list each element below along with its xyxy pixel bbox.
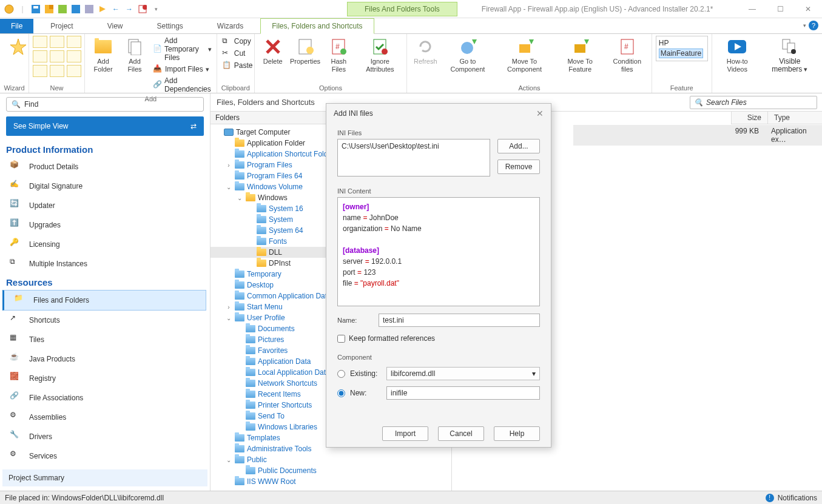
- nav-product-details[interactable]: 📦Product Details: [0, 157, 210, 176]
- nav-assemblies[interactable]: ⚙Assemblies: [0, 408, 210, 427]
- qat-dropdown-icon[interactable]: ▾: [150, 4, 161, 15]
- ribbon-collapse-icon[interactable]: ▾: [803, 22, 806, 29]
- paste-button[interactable]: 📋Paste: [221, 60, 254, 71]
- menu-file[interactable]: File: [0, 19, 33, 33]
- statusbar: File placed in: WindowsFolder\DLL\libifc…: [0, 491, 822, 504]
- add-files-button[interactable]: Add Files: [120, 36, 149, 75]
- add-temp-files-button[interactable]: 📄Add Temporary Files ▾: [152, 36, 213, 62]
- import-files-button[interactable]: 📥Import Files ▾: [152, 64, 213, 75]
- add-dependencies-button[interactable]: 🔗Add Dependencies: [152, 76, 213, 94]
- existing-component-combo[interactable]: libifcoremd.dll▾: [386, 367, 540, 380]
- qat-icon-9[interactable]: [137, 4, 148, 15]
- project-summary-link[interactable]: Project Summary: [2, 469, 207, 486]
- nav-java-products[interactable]: ☕Java Products: [0, 349, 210, 369]
- nav-updater[interactable]: 🔄Updater: [0, 196, 210, 215]
- move-to-feature-button[interactable]: Move To Feature: [556, 36, 604, 75]
- ini-content-label: INI Content: [337, 187, 540, 195]
- svg-point-23: [461, 42, 473, 54]
- cut-button[interactable]: ✂Cut: [221, 48, 254, 59]
- qat-icon-6[interactable]: [97, 4, 108, 15]
- qat-run-icon[interactable]: [57, 4, 68, 15]
- dialog-title: Add INI files: [334, 109, 373, 118]
- new-grid[interactable]: [33, 36, 81, 77]
- import-button[interactable]: Import: [382, 426, 428, 441]
- delete-button[interactable]: Delete: [258, 36, 288, 67]
- goto-component-button[interactable]: Go to Component: [442, 36, 493, 75]
- file-list-row[interactable]: 999 KB Application ex…: [573, 125, 822, 146]
- howto-videos-button[interactable]: How-to Videos: [716, 36, 759, 75]
- minimize-button[interactable]: ―: [738, 0, 766, 18]
- properties-button[interactable]: Properties: [290, 36, 321, 67]
- ribbon: Wizard New Add Folder Add Files 📄Add Tem…: [0, 34, 822, 93]
- svg-marker-11: [10, 39, 26, 55]
- ini-content-editor[interactable]: [owner] name = JohnDoe organization = No…: [337, 197, 540, 306]
- tree-node[interactable]: ⌄Public: [211, 454, 451, 465]
- qat-forward-icon[interactable]: →: [124, 4, 135, 15]
- dialog-close-icon[interactable]: ✕: [536, 109, 544, 118]
- nav-services[interactable]: ⚙Services: [0, 446, 210, 466]
- keep-formatted-refs-checkbox[interactable]: Keep formatted references: [337, 334, 540, 343]
- nav-files-and-folders[interactable]: 📁Files and Folders: [2, 290, 206, 311]
- search-files-input[interactable]: 🔍 Search Files: [690, 96, 817, 109]
- notifications-button[interactable]: !Notifications: [766, 494, 817, 502]
- existing-radio[interactable]: [337, 370, 345, 378]
- new-component-input[interactable]: [386, 386, 540, 400]
- svg-rect-2: [33, 6, 38, 8]
- visible-members-button[interactable]: Visible members ▾: [761, 36, 818, 75]
- nav-shortcuts[interactable]: ↗Shortcuts: [0, 311, 210, 330]
- qat-back-icon[interactable]: ←: [110, 4, 121, 15]
- maximize-button[interactable]: ☐: [766, 0, 794, 18]
- qat-save-icon[interactable]: [30, 4, 41, 15]
- nav-upgrades[interactable]: ⬆️Upgrades: [0, 215, 210, 235]
- menu-wizards[interactable]: Wizards: [200, 19, 260, 33]
- svg-rect-7: [85, 5, 93, 13]
- qat-build-icon[interactable]: [44, 4, 55, 15]
- refresh-button[interactable]: Refresh: [411, 36, 440, 67]
- nav-drivers[interactable]: 🔧Drivers: [0, 427, 210, 446]
- condition-files-button[interactable]: #Condition files: [607, 36, 648, 75]
- new-radio[interactable]: [337, 389, 345, 397]
- name-label: Name:: [337, 317, 371, 324]
- nav-digital-signature[interactable]: ✍️Digital Signature: [0, 176, 210, 196]
- nav-licensing[interactable]: 🔑Licensing: [0, 235, 210, 254]
- qat-icon-4[interactable]: [70, 4, 81, 15]
- ignore-attributes-button[interactable]: Ignore Attributes: [357, 36, 403, 75]
- svg-text:#: #: [335, 42, 340, 51]
- cancel-button[interactable]: Cancel: [438, 426, 484, 441]
- svg-rect-5: [58, 5, 67, 13]
- name-input[interactable]: [379, 314, 540, 327]
- nav-registry[interactable]: 🧱Registry: [0, 369, 210, 388]
- file-list-header[interactable]: Size Type: [731, 112, 822, 124]
- svg-point-17: [306, 47, 314, 54]
- hash-files-button[interactable]: #Hash Files: [323, 36, 354, 75]
- add-folder-button[interactable]: Add Folder: [89, 36, 118, 75]
- remove-file-button[interactable]: Remove: [497, 160, 540, 174]
- nav-tiles[interactable]: ▦Tiles: [0, 330, 210, 349]
- move-to-component-button[interactable]: Move To Component: [496, 36, 554, 75]
- feature-selector[interactable]: HP MainFeature: [656, 36, 708, 61]
- tree-node[interactable]: IIS WWW Root: [211, 476, 451, 487]
- find-input[interactable]: 🔍 Find: [6, 97, 204, 112]
- menu-project[interactable]: Project: [33, 19, 90, 33]
- help-button[interactable]: Help: [494, 426, 540, 441]
- add-file-button[interactable]: Add...: [497, 139, 540, 153]
- ini-files-list[interactable]: C:\Users\User\Desktop\test.ini: [337, 139, 490, 176]
- qat-icon-5[interactable]: [84, 4, 95, 15]
- svg-rect-4: [49, 5, 53, 9]
- nav-multiple-instances[interactable]: ⧉Multiple Instances: [0, 254, 210, 274]
- close-button[interactable]: ✕: [794, 0, 822, 18]
- menu-view[interactable]: View: [90, 19, 140, 33]
- svg-text:#: #: [624, 42, 628, 51]
- nav-file-associations[interactable]: 🔗File Associations: [0, 388, 210, 408]
- add-ini-files-dialog: Add INI files ✕ INI Files C:\Users\User\…: [326, 103, 551, 448]
- tree-node[interactable]: Public Documents: [211, 465, 451, 476]
- svg-marker-26: [529, 39, 534, 44]
- see-simple-view-button[interactable]: See Simple View⇄: [6, 116, 204, 136]
- wizard-button[interactable]: [4, 36, 33, 59]
- help-icon[interactable]: ?: [809, 21, 818, 30]
- copy-button[interactable]: ⧉Copy: [221, 36, 254, 47]
- menu-files-folders-shortcuts[interactable]: Files, Folders and Shortcuts: [260, 18, 374, 34]
- menubar: File Project View Settings Wizards Files…: [0, 18, 822, 34]
- titlebar: | ← → ▾ Files And Folders Tools Firewall…: [0, 0, 822, 18]
- menu-settings[interactable]: Settings: [140, 19, 200, 33]
